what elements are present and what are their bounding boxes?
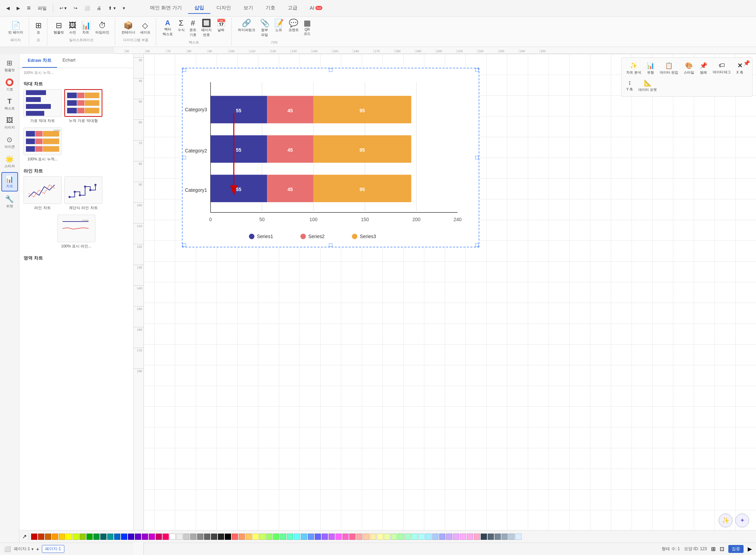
page-tab[interactable]: 페이지-1 ▾: [14, 546, 34, 552]
forward-button[interactable]: ▶: [15, 4, 22, 12]
sidebar-item-template[interactable]: ⊞ 템플릿: [1, 57, 18, 75]
color-swatch-43[interactable]: [329, 534, 335, 540]
color-swatch-1[interactable]: [38, 534, 44, 540]
color-swatch-66[interactable]: [488, 534, 494, 540]
sidebar-item-sticker[interactable]: 🌟 스티커: [1, 153, 18, 171]
color-swatch-14[interactable]: [128, 534, 134, 540]
color-swatch-9[interactable]: [93, 534, 100, 540]
color-swatch-34[interactable]: [266, 534, 273, 540]
nav-tab-ai[interactable]: AI hot: [304, 3, 329, 14]
color-swatch-63[interactable]: [467, 534, 473, 540]
print-button[interactable]: 🖨: [95, 4, 103, 12]
color-swatch-39[interactable]: [301, 534, 307, 540]
color-swatch-25[interactable]: [204, 534, 210, 540]
pages-button[interactable]: ⬜: [82, 4, 92, 12]
color-swatch-51[interactable]: [384, 534, 390, 540]
color-swatch-61[interactable]: [453, 534, 459, 540]
container-button[interactable]: 📦 컨테이너: [119, 21, 137, 36]
attach-button[interactable]: 📎 첨부파일: [258, 19, 271, 38]
color-swatch-26[interactable]: [211, 534, 217, 540]
color-swatch-55[interactable]: [412, 534, 418, 540]
tab-edraw-chart[interactable]: Edraw 차트: [22, 54, 57, 68]
nav-tab-insert[interactable]: 삽입: [188, 3, 210, 14]
color-swatch-47[interactable]: [356, 534, 362, 540]
color-swatch-31[interactable]: [246, 534, 252, 540]
color-swatch-45[interactable]: [342, 534, 349, 540]
color-swatch-53[interactable]: [398, 534, 404, 540]
ai-star-button[interactable]: ✦: [735, 514, 749, 527]
legend-btn[interactable]: 📌 범례: [698, 60, 709, 76]
fit-button[interactable]: ⊡: [720, 546, 724, 552]
color-swatch-2[interactable]: [45, 534, 51, 540]
color-swatch-17[interactable]: [149, 534, 155, 540]
main-chart[interactable]: 0 50 100 150 200 240 Category3 55 45: [182, 68, 479, 247]
color-swatch-41[interactable]: [315, 534, 321, 540]
color-swatch-13[interactable]: [121, 534, 127, 540]
line-pct-thumb[interactable]: 100%: [57, 215, 95, 242]
add-page-button[interactable]: +: [36, 546, 39, 552]
more-button[interactable]: ▾: [121, 4, 127, 12]
y-axis-btn[interactable]: ↕ Y 축: [624, 78, 635, 94]
color-swatch-38[interactable]: [294, 534, 300, 540]
style-btn[interactable]: 🎨 스타일: [682, 60, 696, 76]
color-swatch-11[interactable]: [107, 534, 113, 540]
color-swatch-23[interactable]: [190, 534, 196, 540]
redo-button[interactable]: ↪: [72, 4, 80, 12]
data-edit-btn[interactable]: 📋 데이터 편집: [658, 60, 680, 76]
color-swatch-15[interactable]: [135, 534, 141, 540]
chart-item-hbar[interactable]: 가로 막대 차트: [24, 89, 62, 123]
file-button[interactable]: 파일: [36, 4, 49, 13]
tab-echart[interactable]: Echart: [57, 54, 81, 68]
handle-mr[interactable]: [475, 156, 479, 159]
comment-button[interactable]: 💬 코멘트: [286, 19, 301, 38]
color-swatch-21[interactable]: [176, 534, 183, 540]
chart-item-percent-stacked[interactable]: 100% 100% 표시 누적...: [24, 128, 62, 162]
nav-tab-view[interactable]: 보기: [237, 3, 259, 14]
color-swatch-0[interactable]: [31, 534, 37, 540]
color-arrow-button[interactable]: ↗: [22, 533, 27, 540]
sidebar-item-symbol[interactable]: ⭕ 기호: [1, 76, 18, 94]
color-swatch-40[interactable]: [308, 534, 314, 540]
stacked-hbar-thumb[interactable]: [64, 89, 102, 117]
qr-button[interactable]: ▦ QR코드: [302, 19, 313, 38]
color-swatch-22[interactable]: [183, 534, 190, 540]
photo-button[interactable]: 🖼 사진: [67, 21, 79, 36]
date-button[interactable]: 📅 날짜: [214, 19, 228, 38]
timeline-button[interactable]: ⏱ 타임라인: [93, 21, 111, 36]
data-tag-btn[interactable]: 🏷 데이터 태그: [711, 60, 733, 76]
color-swatch-42[interactable]: [322, 534, 328, 540]
layers-button[interactable]: ⊞: [711, 546, 716, 552]
handle-bm[interactable]: [329, 243, 332, 247]
step-line-thumb[interactable]: [64, 176, 102, 204]
color-swatch-4[interactable]: [59, 534, 65, 540]
ai-wand-button[interactable]: ✨: [719, 514, 732, 527]
color-swatch-29[interactable]: [232, 534, 238, 540]
color-swatch-28[interactable]: [225, 534, 231, 540]
color-swatch-58[interactable]: [432, 534, 439, 540]
undo-button[interactable]: ↩ ▾: [57, 4, 69, 12]
color-swatch-5[interactable]: [66, 534, 72, 540]
color-swatch-16[interactable]: [142, 534, 148, 540]
chart-item-line[interactable]: 라인 차트: [24, 176, 62, 210]
color-swatch-52[interactable]: [391, 534, 397, 540]
color-swatch-35[interactable]: [273, 534, 279, 540]
template-button[interactable]: ⊟ 템플릿: [52, 21, 66, 36]
nav-tab-symbol[interactable]: 기호: [259, 3, 282, 14]
sidebar-item-widget[interactable]: 🔧 위젯: [1, 193, 18, 211]
page-tab-label[interactable]: 페이지-1: [42, 545, 64, 553]
vector-text-button[interactable]: A 벡터텍스토: [160, 19, 175, 38]
color-swatch-57[interactable]: [425, 534, 432, 540]
handle-tm[interactable]: [329, 68, 332, 72]
color-swatch-65[interactable]: [481, 534, 487, 540]
color-swatch-30[interactable]: [239, 534, 245, 540]
color-swatch-12[interactable]: [114, 534, 120, 540]
nav-tab-main[interactable]: 메인 화면 가기: [144, 3, 188, 14]
color-swatch-18[interactable]: [156, 534, 162, 540]
color-swatch-48[interactable]: [363, 534, 369, 540]
nav-tab-advanced[interactable]: 고급: [282, 3, 304, 14]
color-swatch-19[interactable]: [163, 534, 169, 540]
chart-type-btn[interactable]: 📊 유형: [645, 60, 656, 76]
share-button[interactable]: ⬆ ▾: [106, 4, 118, 12]
shape-button[interactable]: ◇ 세이프: [138, 21, 153, 36]
hbar-thumb[interactable]: [24, 89, 62, 117]
